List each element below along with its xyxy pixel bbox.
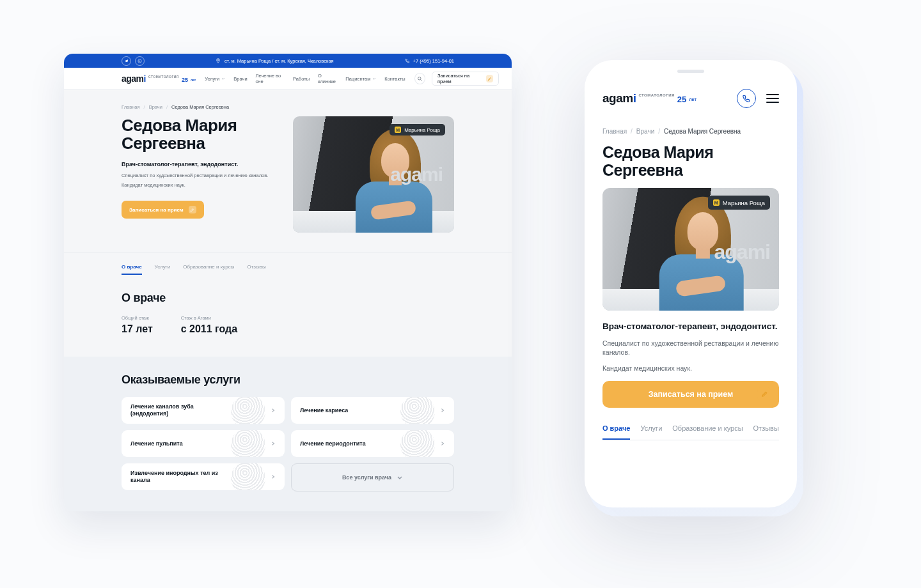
nav-doctors[interactable]: Врачи xyxy=(233,73,247,84)
chevron-right-icon xyxy=(271,474,276,479)
breadcrumb: Главная/ Врачи/ Седова Мария Сергеевна xyxy=(122,104,454,110)
chevron-right-icon xyxy=(440,441,445,446)
crumb-home[interactable]: Главная xyxy=(602,128,627,135)
top-bar: ст. м. Марьина Роща / ст. м. Курская, Чк… xyxy=(64,54,512,68)
svg-point-1 xyxy=(217,59,219,61)
cta-label: Записаться на прием xyxy=(649,390,733,399)
chevron-down-icon xyxy=(372,77,376,81)
service-card[interactable]: Лечение кариеса xyxy=(291,397,454,424)
hero-cta-button[interactable]: Записаться на прием xyxy=(602,381,779,408)
doctor-desc-2: Кандидат медицинских наук. xyxy=(122,182,275,188)
doctor-desc-2: Кандидат медицинских наук. xyxy=(602,364,779,373)
stat-exp-value: 17 лет xyxy=(122,323,153,335)
services-heading: Оказываемые услуги xyxy=(122,373,454,387)
location-badge: М Марьина Роща xyxy=(390,124,445,135)
chevron-down-icon xyxy=(397,474,403,481)
page-title: Седова Мария Сергеевна xyxy=(602,144,779,179)
all-services-button[interactable]: Все услуги врача xyxy=(291,463,454,491)
tab-services[interactable]: Услуги xyxy=(640,424,662,440)
service-card[interactable]: Извлечение инородных тел из канала xyxy=(122,463,285,490)
chevron-right-icon xyxy=(440,408,445,413)
edit-icon xyxy=(757,387,771,401)
metro-icon: М xyxy=(713,199,720,206)
metro-icon: М xyxy=(395,127,401,133)
tab-about[interactable]: О враче xyxy=(122,264,142,275)
nav-about[interactable]: О клинике xyxy=(318,73,337,84)
service-card[interactable]: Лечение каналов зуба (эндодонтия) xyxy=(122,397,285,424)
hero-cta-button[interactable]: Записаться на прием xyxy=(122,201,204,219)
page-title: Седова Мария Сергеевна xyxy=(122,116,275,152)
crumb-doctors[interactable]: Врачи xyxy=(636,128,654,135)
whatsapp-icon[interactable] xyxy=(135,56,145,66)
tab-services[interactable]: Услуги xyxy=(155,264,171,275)
pin-icon xyxy=(216,58,221,63)
breadcrumb: Главная/ Врачи/ Седова Мария Сергеевна xyxy=(602,128,779,135)
cta-label: Записаться на прием xyxy=(129,207,184,213)
desktop-preview: ст. м. Марьина Роща / ст. м. Курская, Чк… xyxy=(64,54,512,511)
phone-notch xyxy=(652,65,729,78)
crumb-doctors[interactable]: Врачи xyxy=(149,104,162,110)
location-badge: М Марьина Роща xyxy=(708,196,770,210)
search-icon xyxy=(417,76,423,82)
doctor-stats: Общий стаж 17 лет Стаж в Агами с 2011 го… xyxy=(122,315,454,335)
doctor-role: Врач-стоматолог-терапевт, эндодонтист. xyxy=(122,161,275,167)
svg-point-2 xyxy=(418,77,421,80)
menu-button[interactable] xyxy=(766,94,779,104)
doctor-photo: М Марьина Роща xyxy=(602,188,779,311)
mobile-preview: agami СТОМАТОЛОГИЯ 25 лет Главная/ xyxy=(585,60,797,507)
service-card[interactable]: Лечение пульпита xyxy=(122,430,285,457)
crumb-current: Седова Мария Сергеевна xyxy=(171,104,229,110)
call-button[interactable] xyxy=(737,89,756,108)
about-heading: О враче xyxy=(122,291,454,305)
tab-education[interactable]: Образование и курсы xyxy=(672,424,743,440)
stat-exp-label: Общий стаж xyxy=(122,315,153,321)
main-header: agami СТОМАТОЛОГИЯ 25 лет Услуги Врачи Л… xyxy=(64,68,512,90)
divider xyxy=(64,252,512,252)
signup-label: Записаться на прием xyxy=(437,73,482,84)
brand-logo[interactable]: agami СТОМАТОЛОГИЯ 25 лет xyxy=(602,91,697,105)
nav-sleep[interactable]: Лечение во сне xyxy=(256,73,285,84)
profile-tabs: О враче Услуги Образование и курсы Отзыв… xyxy=(602,424,779,440)
telegram-icon[interactable] xyxy=(122,56,131,66)
signup-button[interactable]: Записаться на прием xyxy=(432,72,499,86)
stat-since-label: Стаж в Агами xyxy=(181,315,237,321)
svg-point-0 xyxy=(138,59,141,62)
nav-patients[interactable]: Пациентам xyxy=(345,73,376,84)
service-card[interactable]: Лечение периодонтита xyxy=(291,430,454,457)
brand-logo[interactable]: agami СТОМАТОЛОГИЯ 25 лет xyxy=(122,74,196,84)
nav-works[interactable]: Работы xyxy=(293,73,310,84)
main-nav: Услуги Врачи Лечение во сне Работы О кли… xyxy=(205,73,405,84)
doctor-desc-1: Специалист по художественной реставрации… xyxy=(602,339,779,357)
phone-icon xyxy=(742,94,751,103)
profile-tabs: О враче Услуги Образование и курсы Отзыв… xyxy=(122,264,454,275)
nav-contacts[interactable]: Контакты xyxy=(384,73,405,84)
phone-icon xyxy=(405,58,410,63)
doctor-desc-1: Специалист по художественной реставрации… xyxy=(122,173,275,178)
tab-reviews[interactable]: Отзывы xyxy=(247,264,265,275)
tab-reviews[interactable]: Отзывы xyxy=(753,424,779,440)
edit-icon xyxy=(486,75,493,82)
search-button[interactable] xyxy=(414,73,425,84)
doctor-role: Врач-стоматолог-терапевт, эндодонтист. xyxy=(602,321,779,332)
tab-about[interactable]: О враче xyxy=(602,424,630,440)
topbar-phone[interactable]: +7 (495) 151-94-01 xyxy=(413,58,454,64)
doctor-photo: М Марьина Роща xyxy=(293,116,454,233)
crumb-home[interactable]: Главная xyxy=(122,104,140,110)
stat-since-value: с 2011 года xyxy=(181,323,237,335)
chevron-right-icon xyxy=(271,408,276,413)
crumb-current: Седова Мария Сергеевна xyxy=(664,128,741,135)
chevron-down-icon xyxy=(221,77,225,81)
tab-education[interactable]: Образование и курсы xyxy=(183,264,234,275)
chevron-right-icon xyxy=(271,441,276,446)
edit-icon xyxy=(189,206,196,213)
nav-services[interactable]: Услуги xyxy=(205,73,225,84)
topbar-location[interactable]: ст. м. Марьина Роща / ст. м. Курская, Чк… xyxy=(224,58,334,64)
